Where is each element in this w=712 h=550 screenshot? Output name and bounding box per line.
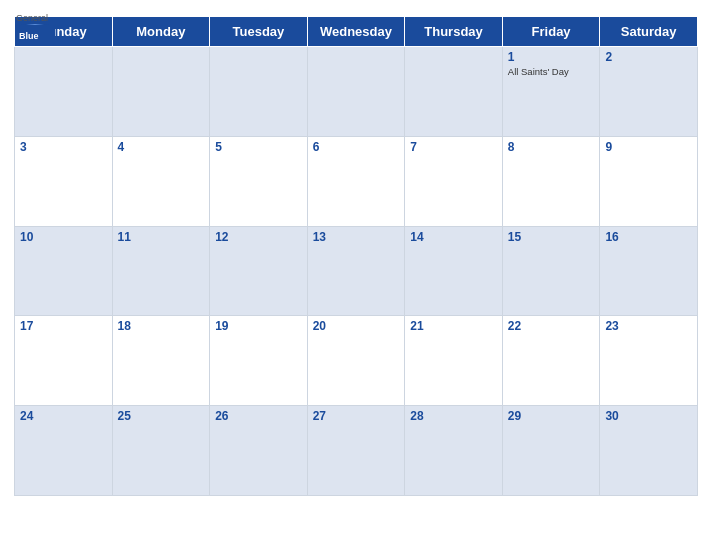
- day-number: 26: [215, 409, 302, 423]
- logo-svg: General Blue: [14, 10, 56, 46]
- weekday-header-friday: Friday: [502, 17, 600, 47]
- day-number: 3: [20, 140, 107, 154]
- day-number: 29: [508, 409, 595, 423]
- weekday-header-tuesday: Tuesday: [210, 17, 308, 47]
- day-number: 27: [313, 409, 400, 423]
- calendar-cell: 26: [210, 406, 308, 496]
- calendar-cell: [210, 47, 308, 137]
- calendar-cell: 5: [210, 136, 308, 226]
- calendar-cell: 6: [307, 136, 405, 226]
- day-number: 13: [313, 230, 400, 244]
- day-number: 25: [118, 409, 205, 423]
- day-number: 7: [410, 140, 497, 154]
- day-number: 15: [508, 230, 595, 244]
- weekday-header-monday: Monday: [112, 17, 210, 47]
- day-number: 4: [118, 140, 205, 154]
- calendar-week-row: 24252627282930: [15, 406, 698, 496]
- calendar-table: SundayMondayTuesdayWednesdayThursdayFrid…: [14, 16, 698, 496]
- calendar-cell: 19: [210, 316, 308, 406]
- day-number: 17: [20, 319, 107, 333]
- weekday-header-thursday: Thursday: [405, 17, 503, 47]
- calendar-cell: 23: [600, 316, 698, 406]
- calendar-cell: 28: [405, 406, 503, 496]
- day-number: 2: [605, 50, 692, 64]
- day-number: 28: [410, 409, 497, 423]
- calendar-week-row: 10111213141516: [15, 226, 698, 316]
- day-number: 18: [118, 319, 205, 333]
- day-number: 23: [605, 319, 692, 333]
- calendar-cell: 2: [600, 47, 698, 137]
- calendar-cell: 21: [405, 316, 503, 406]
- calendar-cell: [405, 47, 503, 137]
- calendar-week-row: 17181920212223: [15, 316, 698, 406]
- calendar-cell: 10: [15, 226, 113, 316]
- calendar-cell: 11: [112, 226, 210, 316]
- weekday-header-wednesday: Wednesday: [307, 17, 405, 47]
- day-number: 10: [20, 230, 107, 244]
- day-number: 5: [215, 140, 302, 154]
- day-number: 20: [313, 319, 400, 333]
- calendar-week-row: 3456789: [15, 136, 698, 226]
- day-number: 24: [20, 409, 107, 423]
- calendar-cell: 20: [307, 316, 405, 406]
- calendar-cell: 24: [15, 406, 113, 496]
- calendar-cell: 14: [405, 226, 503, 316]
- calendar-cell: 18: [112, 316, 210, 406]
- svg-text:General: General: [16, 13, 48, 23]
- calendar-cell: 29: [502, 406, 600, 496]
- calendar-container: General Blue SundayMondayTuesdayWednesda…: [0, 0, 712, 550]
- calendar-cell: 1All Saints' Day: [502, 47, 600, 137]
- day-number: 22: [508, 319, 595, 333]
- day-number: 9: [605, 140, 692, 154]
- calendar-cell: 12: [210, 226, 308, 316]
- calendar-cell: 30: [600, 406, 698, 496]
- day-number: 11: [118, 230, 205, 244]
- day-number: 30: [605, 409, 692, 423]
- calendar-cell: 4: [112, 136, 210, 226]
- weekday-header-saturday: Saturday: [600, 17, 698, 47]
- day-number: 19: [215, 319, 302, 333]
- day-number: 12: [215, 230, 302, 244]
- calendar-cell: 16: [600, 226, 698, 316]
- calendar-week-row: 1All Saints' Day2: [15, 47, 698, 137]
- day-number: 1: [508, 50, 595, 64]
- holiday-name: All Saints' Day: [508, 66, 595, 77]
- calendar-cell: [112, 47, 210, 137]
- svg-text:Blue: Blue: [19, 31, 39, 41]
- logo: General Blue: [14, 10, 56, 46]
- calendar-cell: 27: [307, 406, 405, 496]
- day-number: 8: [508, 140, 595, 154]
- calendar-cell: 13: [307, 226, 405, 316]
- calendar-cell: 25: [112, 406, 210, 496]
- day-number: 14: [410, 230, 497, 244]
- day-number: 16: [605, 230, 692, 244]
- calendar-cell: 8: [502, 136, 600, 226]
- calendar-cell: [15, 47, 113, 137]
- calendar-cell: 22: [502, 316, 600, 406]
- day-number: 6: [313, 140, 400, 154]
- day-number: 21: [410, 319, 497, 333]
- calendar-cell: 17: [15, 316, 113, 406]
- calendar-cell: 3: [15, 136, 113, 226]
- weekday-header-row: SundayMondayTuesdayWednesdayThursdayFrid…: [15, 17, 698, 47]
- calendar-cell: 9: [600, 136, 698, 226]
- calendar-cell: 7: [405, 136, 503, 226]
- calendar-cell: [307, 47, 405, 137]
- calendar-cell: 15: [502, 226, 600, 316]
